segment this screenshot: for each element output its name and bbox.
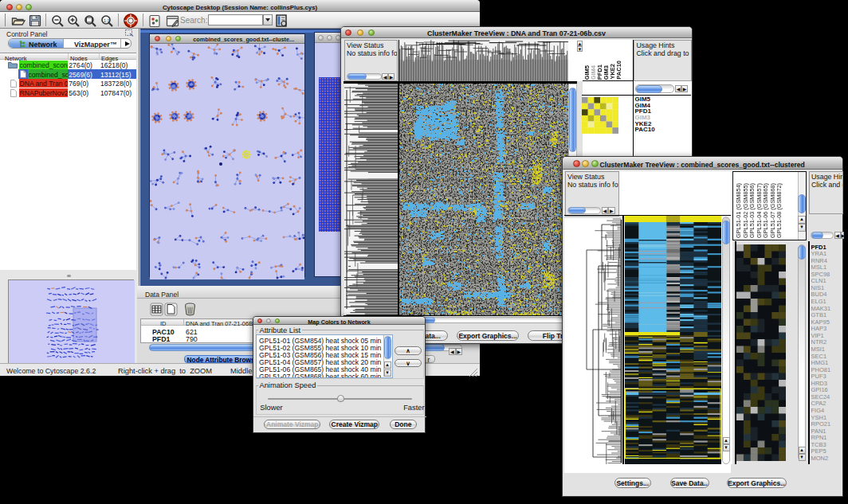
svg-text:1:1: 1:1 [104,18,110,22]
